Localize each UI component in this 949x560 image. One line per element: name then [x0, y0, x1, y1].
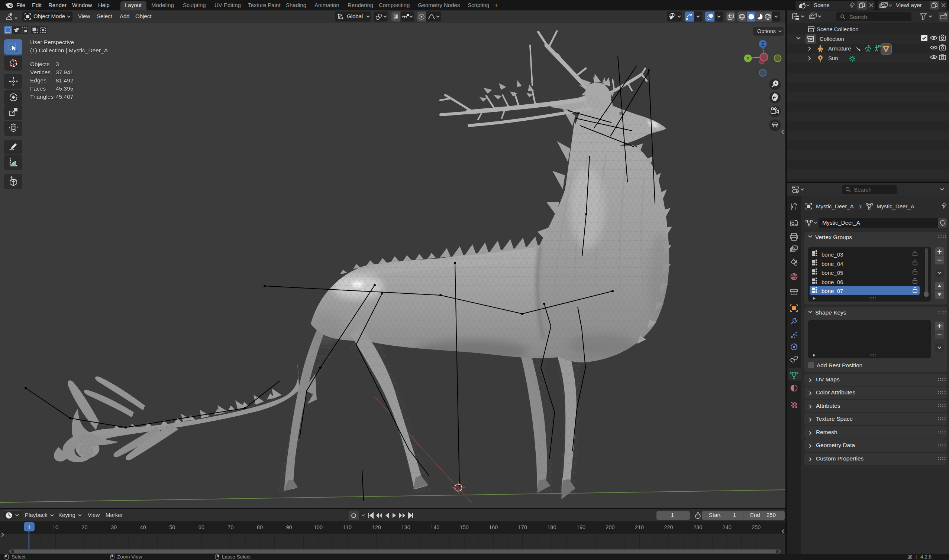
svg-text:1: 1: [28, 525, 31, 530]
svg-text:10: 10: [52, 525, 59, 530]
svg-text:190: 190: [577, 525, 585, 530]
svg-text:150: 150: [460, 525, 469, 530]
svg-text:90: 90: [286, 525, 292, 530]
svg-text:70: 70: [227, 525, 233, 530]
svg-text:130: 130: [401, 525, 410, 530]
svg-text:110: 110: [343, 525, 352, 530]
svg-text:240: 240: [723, 525, 731, 530]
svg-text:60: 60: [199, 525, 204, 530]
svg-text:20: 20: [82, 525, 88, 530]
svg-text:200: 200: [605, 525, 614, 530]
svg-text:40: 40: [140, 525, 146, 530]
svg-text:170: 170: [518, 525, 527, 530]
svg-text:220: 220: [664, 525, 673, 530]
svg-text:50: 50: [169, 525, 175, 530]
svg-text:250: 250: [751, 525, 761, 530]
svg-text:120: 120: [372, 525, 381, 530]
svg-text:180: 180: [547, 525, 556, 530]
svg-text:30: 30: [111, 525, 117, 530]
svg-text:160: 160: [489, 525, 498, 530]
svg-text:80: 80: [257, 525, 263, 530]
svg-text:100: 100: [314, 525, 323, 530]
svg-text:230: 230: [693, 525, 702, 530]
svg-text:140: 140: [431, 525, 439, 530]
svg-text:210: 210: [635, 525, 644, 530]
